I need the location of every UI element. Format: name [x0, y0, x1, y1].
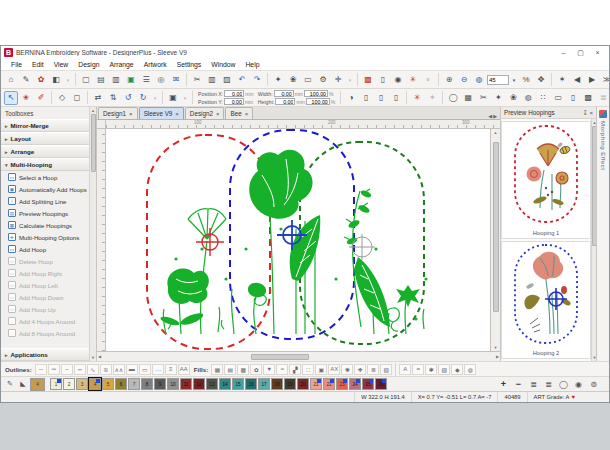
- star-tool-icon[interactable]: ✦: [491, 91, 505, 105]
- current-color-swatch[interactable]: 4: [30, 378, 45, 391]
- outline-satin-icon[interactable]: ▬: [126, 364, 138, 375]
- carving-stamp-icon[interactable]: ✳: [406, 73, 420, 87]
- color-swatch[interactable]: 7: [128, 378, 140, 390]
- color-swatch[interactable]: 19: [284, 378, 296, 390]
- rotate-dropdown-icon[interactable]: ▾: [151, 91, 159, 105]
- color-swatch[interactable]: 20: [297, 378, 309, 390]
- height-percent-input[interactable]: [306, 98, 330, 105]
- color-swatch[interactable]: 16: [245, 378, 257, 390]
- toolbox-item[interactable]: ▭ Add Hoop: [1, 243, 89, 255]
- ellipse-tool-icon[interactable]: ◯: [446, 91, 460, 105]
- undo-icon[interactable]: ↶: [235, 73, 249, 87]
- color-swatch[interactable]: 4: [89, 378, 101, 390]
- insert-design-file-icon[interactable]: ▥: [109, 73, 123, 87]
- portfolio-icon[interactable]: ◉: [391, 73, 405, 87]
- rotate-hoop-icon[interactable]: ◑: [344, 91, 358, 105]
- toolbox-item[interactable]: ▭ Delete Hoop: [1, 255, 89, 267]
- embroidery-canvas-icon[interactable]: ✎: [19, 73, 33, 87]
- effect-letter-icon[interactable]: A: [399, 364, 411, 375]
- morphing-effect-tab[interactable]: Morphing Effect: [596, 107, 609, 361]
- design-tab[interactable]: Design2 ×: [185, 107, 225, 119]
- fill-fancy-icon[interactable]: ▩: [237, 364, 249, 375]
- duplicate-dropdown-icon[interactable]: ▾: [181, 91, 189, 105]
- toolbox-section[interactable]: ▸ Layout: [1, 132, 89, 145]
- tab-scroll-right-icon[interactable]: ▶: [493, 113, 497, 119]
- color-swatch[interactable]: 23: [336, 378, 348, 390]
- color-swatch[interactable]: 11: [180, 378, 192, 390]
- color-wheel-icon[interactable]: ◉: [572, 378, 585, 391]
- canvas-dropdown-icon[interactable]: ▾: [64, 73, 72, 87]
- toolbox-item[interactable]: ▭ Add Hoop Up: [1, 303, 89, 315]
- position-y-input[interactable]: [224, 98, 244, 105]
- zoom-out-icon[interactable]: ⊖: [457, 73, 471, 87]
- toolbox-section[interactable]: ▸ Mirror-Merge: [1, 119, 89, 132]
- polygon-select-icon[interactable]: ✬: [19, 91, 33, 105]
- scroll-down-icon[interactable]: ▼: [494, 344, 498, 351]
- tab-close-icon[interactable]: ×: [129, 111, 133, 117]
- outline-stemstitch-icon[interactable]: ≋: [100, 364, 112, 375]
- show-hoop-icon[interactable]: ▫: [421, 73, 435, 87]
- print-preview-icon[interactable]: ◎: [154, 73, 168, 87]
- artwork-canvas-icon[interactable]: ✿: [34, 73, 48, 87]
- lattice-tool-icon[interactable]: ▩: [581, 91, 595, 105]
- close-button[interactable]: ×: [589, 47, 606, 58]
- toolbox-item[interactable]: ✛ Multi-Hooping Options: [1, 231, 89, 243]
- outline-dotted-icon[interactable]: ┅: [74, 364, 86, 375]
- hoop-layout-icon[interactable]: ◧: [49, 73, 63, 87]
- maximize-button[interactable]: ▢: [572, 47, 589, 58]
- menu-item[interactable]: File: [7, 61, 26, 68]
- snowflake-effect-icon[interactable]: ✳: [410, 91, 424, 105]
- zoom-box-icon[interactable]: ◍: [472, 73, 486, 87]
- canvas-vertical-scrollbar[interactable]: ▲ ▼: [490, 129, 500, 351]
- write-to-machine-icon[interactable]: ✉: [169, 73, 183, 87]
- color-swatch[interactable]: 9: [154, 378, 166, 390]
- zoom-percent-icon[interactable]: %: [519, 73, 533, 87]
- copy-icon[interactable]: ▥: [205, 73, 219, 87]
- tab-close-icon[interactable]: ×: [245, 111, 249, 117]
- zoom-in-icon[interactable]: ⊕: [442, 73, 456, 87]
- effect-globe-icon[interactable]: ◍: [464, 364, 476, 375]
- color-swatch[interactable]: 13: [206, 378, 218, 390]
- scroll-up-icon[interactable]: ▲: [91, 107, 95, 114]
- menu-item[interactable]: Design: [74, 61, 103, 68]
- toolbox-item[interactable]: ▣ Automatically Add Hoops: [1, 183, 89, 195]
- zoom-factor-input[interactable]: [487, 75, 509, 85]
- fence-tool-icon[interactable]: ≣: [596, 91, 609, 105]
- fill-pattern-icon[interactable]: ▣: [315, 364, 327, 375]
- cut-icon[interactable]: ✂: [190, 73, 204, 87]
- scrollbar-thumb[interactable]: [493, 142, 499, 312]
- sidebar-scrollbar[interactable]: ▲ ▼: [89, 107, 96, 361]
- color-swatch[interactable]: 22: [323, 378, 335, 390]
- thread-spool-icon[interactable]: ⊚: [587, 378, 600, 391]
- color-swatch[interactable]: 5: [102, 378, 114, 390]
- transform-icon[interactable]: ◻: [70, 91, 84, 105]
- fill-bucket-icon[interactable]: ◣: [17, 378, 29, 390]
- thread-chart-1-icon[interactable]: ≣: [527, 378, 540, 391]
- fill-step-icon[interactable]: ▦: [211, 364, 223, 375]
- duplicate-icon[interactable]: ▣: [166, 91, 180, 105]
- grid-tool-icon[interactable]: ∷: [536, 91, 550, 105]
- effect-equal-icon[interactable]: =: [412, 364, 424, 375]
- tab-close-icon[interactable]: ×: [216, 111, 220, 117]
- home-icon[interactable]: ⌂: [4, 73, 18, 87]
- overview-window-icon[interactable]: ▭: [301, 73, 315, 87]
- color-swatch[interactable]: 6: [115, 378, 127, 390]
- color-swatch[interactable]: 12: [193, 378, 205, 390]
- toolbox-item[interactable]: ∷ Add 8 Hoops Around: [1, 327, 89, 339]
- color-swatch[interactable]: 1: [50, 378, 62, 390]
- menu-item[interactable]: Edit: [28, 61, 48, 68]
- menu-item[interactable]: Window: [207, 61, 239, 68]
- tab-close-icon[interactable]: ×: [175, 111, 179, 117]
- color-film-icon[interactable]: ▩: [361, 73, 375, 87]
- remove-thread-button[interactable]: −: [512, 378, 525, 391]
- redo-icon[interactable]: ↷: [250, 73, 264, 87]
- open-design-icon[interactable]: ▤: [94, 73, 108, 87]
- hoop-option-3-icon[interactable]: ▯: [389, 91, 403, 105]
- fill-satin-icon[interactable]: ▤: [224, 364, 236, 375]
- previous-object-icon[interactable]: ◀: [570, 73, 584, 87]
- width-input[interactable]: [274, 90, 294, 97]
- menu-item[interactable]: Artwork: [140, 61, 171, 68]
- scrollbar-thumb[interactable]: [251, 354, 309, 360]
- effect-star-icon[interactable]: ✱: [425, 364, 437, 375]
- fill-monogram-icon[interactable]: AX: [328, 364, 340, 375]
